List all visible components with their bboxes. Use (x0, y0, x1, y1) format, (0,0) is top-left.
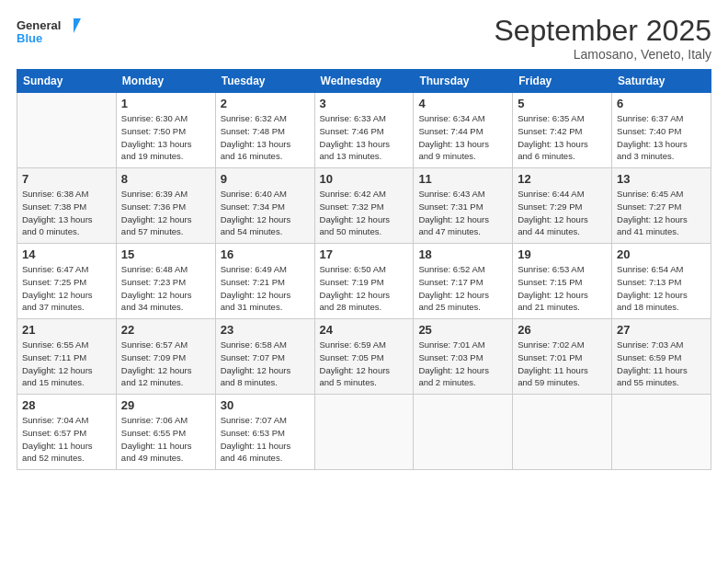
cell-w2-d6: 12Sunrise: 6:44 AMSunset: 7:29 PMDayligh… (513, 168, 612, 244)
cell-w1-d5: 4Sunrise: 6:34 AMSunset: 7:44 PMDaylight… (414, 93, 513, 168)
cell-w5-d3: 30Sunrise: 7:07 AMSunset: 6:53 PMDayligh… (215, 395, 314, 470)
day-number: 8 (121, 172, 210, 186)
day-number: 4 (418, 97, 507, 110)
day-number: 16 (221, 247, 310, 261)
day-number: 1 (121, 97, 210, 110)
cell-w4-d7: 27Sunrise: 7:03 AMSunset: 6:59 PMDayligh… (612, 319, 711, 395)
cell-w1-d7: 6Sunrise: 6:37 AMSunset: 7:40 PMDaylight… (612, 93, 711, 168)
cell-w5-d7 (612, 395, 711, 470)
day-number: 5 (518, 97, 607, 110)
cell-w4-d4: 24Sunrise: 6:59 AMSunset: 7:05 PMDayligh… (314, 319, 414, 395)
day-info: Sunrise: 7:06 AMSunset: 6:55 PMDaylight:… (121, 414, 210, 465)
svg-text:Blue: Blue (17, 31, 42, 45)
col-wednesday: Wednesday (314, 70, 414, 93)
cell-w5-d5 (414, 395, 513, 470)
day-number: 6 (617, 97, 706, 110)
cell-w1-d2: 1Sunrise: 6:30 AMSunset: 7:50 PMDaylight… (116, 93, 215, 168)
title-block: September 2025 Lamosano, Veneto, Italy (494, 15, 711, 62)
cell-w3-d4: 17Sunrise: 6:50 AMSunset: 7:19 PMDayligh… (314, 244, 414, 319)
day-info: Sunrise: 7:07 AMSunset: 6:53 PMDaylight:… (221, 414, 310, 465)
svg-text:General: General (17, 18, 61, 32)
logo-svg: General Blue (17, 15, 81, 48)
day-info: Sunrise: 7:03 AMSunset: 6:59 PMDaylight:… (617, 339, 706, 389)
day-info: Sunrise: 7:04 AMSunset: 6:57 PMDaylight:… (22, 414, 111, 465)
cell-w3-d1: 14Sunrise: 6:47 AMSunset: 7:25 PMDayligh… (17, 244, 117, 319)
day-info: Sunrise: 7:01 AMSunset: 7:03 PMDaylight:… (418, 339, 507, 389)
cell-w2-d2: 8Sunrise: 6:39 AMSunset: 7:36 PMDaylight… (116, 168, 215, 244)
day-number: 13 (617, 172, 706, 186)
header: General Blue September 2025 Lamosano, Ve… (17, 15, 711, 62)
col-tuesday: Tuesday (215, 70, 314, 93)
cell-w2-d5: 11Sunrise: 6:43 AMSunset: 7:31 PMDayligh… (414, 168, 513, 244)
cell-w5-d1: 28Sunrise: 7:04 AMSunset: 6:57 PMDayligh… (17, 395, 117, 470)
day-number: 21 (22, 323, 111, 337)
logo: General Blue (17, 15, 81, 48)
day-number: 23 (221, 323, 310, 337)
day-info: Sunrise: 6:44 AMSunset: 7:29 PMDaylight:… (518, 188, 607, 238)
day-number: 24 (320, 323, 409, 337)
day-info: Sunrise: 6:38 AMSunset: 7:38 PMDaylight:… (22, 188, 111, 238)
day-info: Sunrise: 6:39 AMSunset: 7:36 PMDaylight:… (121, 188, 210, 238)
day-info: Sunrise: 6:58 AMSunset: 7:07 PMDaylight:… (221, 339, 310, 389)
col-friday: Friday (513, 70, 612, 93)
day-info: Sunrise: 6:57 AMSunset: 7:09 PMDaylight:… (121, 339, 210, 389)
cell-w4-d2: 22Sunrise: 6:57 AMSunset: 7:09 PMDayligh… (116, 319, 215, 395)
day-info: Sunrise: 6:50 AMSunset: 7:19 PMDaylight:… (320, 263, 409, 314)
day-number: 10 (320, 172, 409, 186)
day-info: Sunrise: 6:43 AMSunset: 7:31 PMDaylight:… (418, 188, 507, 238)
day-number: 11 (418, 172, 507, 186)
day-number: 26 (518, 323, 607, 337)
month-title: September 2025 (494, 15, 711, 47)
week-row-1: 1Sunrise: 6:30 AMSunset: 7:50 PMDaylight… (17, 93, 711, 168)
day-info: Sunrise: 7:02 AMSunset: 7:01 PMDaylight:… (518, 339, 607, 389)
day-number: 28 (22, 398, 111, 412)
day-info: Sunrise: 6:59 AMSunset: 7:05 PMDaylight:… (320, 339, 409, 389)
day-info: Sunrise: 6:52 AMSunset: 7:17 PMDaylight:… (418, 263, 507, 314)
calendar-table: Sunday Monday Tuesday Wednesday Thursday… (17, 69, 711, 470)
day-number: 7 (22, 172, 111, 186)
cell-w3-d7: 20Sunrise: 6:54 AMSunset: 7:13 PMDayligh… (612, 244, 711, 319)
day-info: Sunrise: 6:42 AMSunset: 7:32 PMDaylight:… (320, 188, 409, 238)
col-sunday: Sunday (17, 70, 117, 93)
day-info: Sunrise: 6:33 AMSunset: 7:46 PMDaylight:… (320, 112, 409, 163)
week-row-4: 21Sunrise: 6:55 AMSunset: 7:11 PMDayligh… (17, 319, 711, 395)
cell-w1-d6: 5Sunrise: 6:35 AMSunset: 7:42 PMDaylight… (513, 93, 612, 168)
week-row-3: 14Sunrise: 6:47 AMSunset: 7:25 PMDayligh… (17, 244, 711, 319)
day-number: 22 (121, 323, 210, 337)
day-info: Sunrise: 6:30 AMSunset: 7:50 PMDaylight:… (121, 112, 210, 163)
cell-w1-d1 (17, 93, 117, 168)
day-number: 3 (320, 97, 409, 110)
cell-w5-d6 (513, 395, 612, 470)
col-saturday: Saturday (612, 70, 711, 93)
day-number: 9 (221, 172, 310, 186)
day-info: Sunrise: 6:45 AMSunset: 7:27 PMDaylight:… (617, 188, 706, 238)
week-row-5: 28Sunrise: 7:04 AMSunset: 6:57 PMDayligh… (17, 395, 711, 470)
page: General Blue September 2025 Lamosano, Ve… (0, 0, 728, 563)
day-info: Sunrise: 6:47 AMSunset: 7:25 PMDaylight:… (22, 263, 111, 314)
cell-w3-d6: 19Sunrise: 6:53 AMSunset: 7:15 PMDayligh… (513, 244, 612, 319)
day-info: Sunrise: 6:53 AMSunset: 7:15 PMDaylight:… (518, 263, 607, 314)
day-number: 12 (518, 172, 607, 186)
cell-w3-d2: 15Sunrise: 6:48 AMSunset: 7:23 PMDayligh… (116, 244, 215, 319)
day-number: 20 (617, 247, 706, 261)
day-info: Sunrise: 6:40 AMSunset: 7:34 PMDaylight:… (221, 188, 310, 238)
location: Lamosano, Veneto, Italy (494, 47, 711, 62)
calendar-header-row: Sunday Monday Tuesday Wednesday Thursday… (17, 70, 711, 93)
week-row-2: 7Sunrise: 6:38 AMSunset: 7:38 PMDaylight… (17, 168, 711, 244)
day-number: 15 (121, 247, 210, 261)
cell-w4-d1: 21Sunrise: 6:55 AMSunset: 7:11 PMDayligh… (17, 319, 117, 395)
day-number: 2 (221, 97, 310, 110)
day-info: Sunrise: 6:48 AMSunset: 7:23 PMDaylight:… (121, 263, 210, 314)
cell-w2-d1: 7Sunrise: 6:38 AMSunset: 7:38 PMDaylight… (17, 168, 117, 244)
day-info: Sunrise: 6:32 AMSunset: 7:48 PMDaylight:… (221, 112, 310, 163)
cell-w3-d3: 16Sunrise: 6:49 AMSunset: 7:21 PMDayligh… (215, 244, 314, 319)
cell-w2-d4: 10Sunrise: 6:42 AMSunset: 7:32 PMDayligh… (314, 168, 414, 244)
day-number: 14 (22, 247, 111, 261)
day-number: 25 (418, 323, 507, 337)
svg-marker-2 (74, 18, 81, 33)
day-number: 19 (518, 247, 607, 261)
cell-w1-d3: 2Sunrise: 6:32 AMSunset: 7:48 PMDaylight… (215, 93, 314, 168)
cell-w2-d3: 9Sunrise: 6:40 AMSunset: 7:34 PMDaylight… (215, 168, 314, 244)
day-info: Sunrise: 6:34 AMSunset: 7:44 PMDaylight:… (418, 112, 507, 163)
day-info: Sunrise: 6:49 AMSunset: 7:21 PMDaylight:… (221, 263, 310, 314)
